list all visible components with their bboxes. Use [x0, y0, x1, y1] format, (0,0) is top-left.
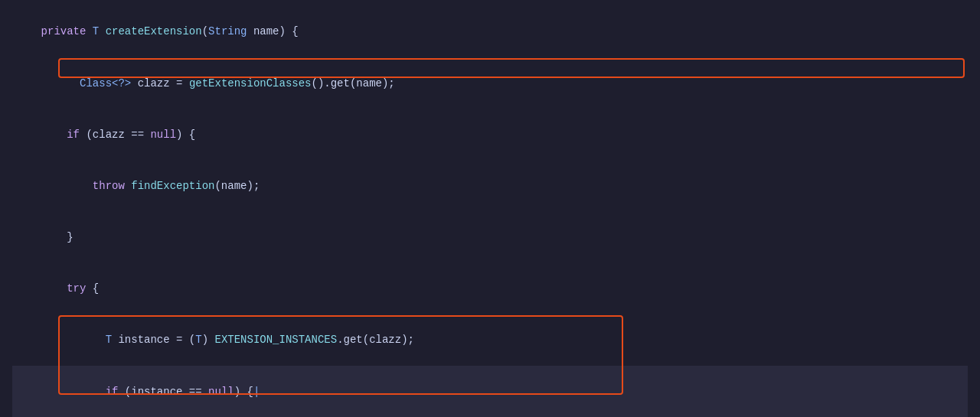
box2-container: T instance = (T) EXTENSION_INSTANCES.get… — [12, 314, 968, 417]
code-text: ( — [202, 25, 208, 37]
box1-container: Class<?> clazz = getExtensionClasses().g… — [12, 57, 968, 109]
type-String: String — [208, 25, 247, 37]
code-block: private T createExtension(String name) {… — [0, 0, 980, 417]
code-line-2: Class<?> clazz = getExtensionClasses().g… — [12, 57, 968, 109]
code-line-4: throw findException(name); — [12, 161, 968, 212]
method-createExtension: createExtension — [106, 25, 202, 37]
code-line-7: T instance = (T) EXTENSION_INSTANCES.get… — [12, 314, 968, 366]
code-line-1: private T createExtension(String name) { — [12, 6, 968, 57]
keyword-private: private — [41, 25, 93, 37]
type-T: T — [93, 25, 106, 37]
code-line-6: try { — [12, 263, 968, 314]
code-line-5: } — [12, 212, 968, 263]
code-text: name) { — [247, 25, 299, 37]
code-line-3: if (clazz == null) { — [12, 109, 968, 160]
code-line-8: if (instance == null) {| — [12, 366, 968, 417]
